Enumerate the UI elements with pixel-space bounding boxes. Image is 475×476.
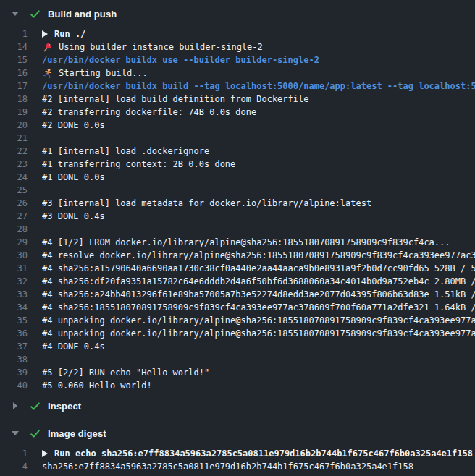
section-title: Inspect — [48, 401, 81, 412]
line-number[interactable]: 39 — [0, 366, 28, 379]
log-text: #3 [internal] load metadata for docker.i… — [42, 197, 475, 210]
line-number[interactable]: 35 — [0, 314, 28, 327]
log-text-content: #3 DONE 0.4s — [42, 210, 105, 223]
log-line: 21 — [0, 132, 475, 145]
log-text: #2 [internal] load build definition from… — [42, 93, 475, 106]
log-text-content: #4 [1/2] FROM docker.io/library/alpine@s… — [42, 236, 450, 249]
line-number[interactable]: 23 — [0, 158, 28, 171]
line-number[interactable]: 34 — [0, 301, 28, 314]
log-text: #4 DONE 0.4s — [42, 340, 475, 353]
log-text-content: Starting build... — [59, 67, 148, 80]
section-header-image-digest[interactable]: Image digest — [0, 424, 475, 443]
log-text: #4 sha256:df20fa9351a15782c64e6dddb2d4a6… — [42, 275, 475, 288]
log-text-content: #4 sha256:a15790640a6690aa1730c38cf0a440… — [42, 262, 475, 275]
log-line: 20#2 DONE 0.0s — [0, 119, 475, 132]
log-text: #4 unpacking docker.io/library/alpine@sh… — [42, 314, 475, 327]
log-text: #3 DONE 0.4s — [42, 210, 475, 223]
log-line: 25 — [0, 184, 475, 197]
actions-log-viewer: Build and push1Run ./14Using builder ins… — [0, 0, 475, 476]
log-line: 28 — [0, 223, 475, 236]
log-text: #4 [1/2] FROM docker.io/library/alpine@s… — [42, 236, 475, 249]
log-line: 39#5 [2/2] RUN echo "Hello world!" — [0, 366, 475, 379]
log-text-content: #4 DONE 0.4s — [42, 340, 105, 353]
log-text-content: #4 sha256:a24bb4013296f61e89ba57005a7b3e… — [42, 288, 475, 301]
log-text-content: #4 unpacking docker.io/library/alpine@sh… — [42, 314, 475, 327]
log-line: 36#4 unpacking docker.io/library/alpine@… — [0, 327, 475, 340]
line-number[interactable]: 4 — [0, 460, 28, 473]
log-section-build-and-push: Build and push1Run ./14Using builder ins… — [0, 4, 475, 396]
section-header-build-and-push[interactable]: Build and push — [0, 4, 475, 23]
line-number[interactable]: 18 — [0, 93, 28, 106]
log-area-build-and-push: 1Run ./14Using builder instance builder-… — [0, 23, 475, 396]
line-number[interactable]: 40 — [0, 379, 28, 392]
log-line: 1Run ./ — [0, 27, 475, 41]
line-number[interactable]: 24 — [0, 171, 28, 184]
log-text: #1 DONE 0.0s — [42, 171, 475, 184]
log-text: Run ./ — [42, 27, 475, 41]
line-number[interactable]: 25 — [0, 184, 28, 197]
line-number[interactable]: 1 — [0, 27, 28, 41]
log-text: #4 sha256:a24bb4013296f61e89ba57005a7b3e… — [42, 288, 475, 301]
log-text-content: Run ./ — [54, 27, 85, 41]
log-text: #5 [2/2] RUN echo "Hello world!" — [42, 366, 475, 379]
log-text: #5 0.060 Hello world! — [42, 379, 475, 392]
log-text-content: #1 DONE 0.0s — [42, 171, 105, 184]
log-line: 26#3 [internal] load metadata for docker… — [0, 197, 475, 210]
line-number[interactable]: 15 — [0, 54, 28, 67]
log-line: 1Run echo sha256:e7ff8834a5963a2785c5a08… — [0, 447, 475, 460]
log-text: sha256:e7ff8834a5963a2785c5a0811e979d16b… — [42, 460, 475, 473]
log-line: 23#1 transferring context: 2B 0.0s done — [0, 158, 475, 171]
log-text-content: #5 [2/2] RUN echo "Hello world!" — [42, 366, 209, 379]
chevron-down-icon[interactable] — [11, 12, 20, 16]
line-number[interactable]: 19 — [0, 106, 28, 119]
log-line: 27#3 DONE 0.4s — [0, 210, 475, 223]
line-number[interactable]: 27 — [0, 210, 28, 223]
caret-shape — [12, 12, 19, 16]
line-number[interactable]: 26 — [0, 197, 28, 210]
log-text-content: Using builder instance builder-single-2 — [59, 41, 263, 54]
log-text-content: #4 sha256:df20fa9351a15782c64e6dddb2d4a6… — [42, 275, 475, 288]
line-number[interactable]: 37 — [0, 340, 28, 353]
log-area-image-digest: 1Run echo sha256:e7ff8834a5963a2785c5a08… — [0, 443, 475, 476]
line-number[interactable]: 33 — [0, 288, 28, 301]
log-line: 17/usr/bin/docker buildx build --tag loc… — [0, 80, 475, 93]
log-text-content: #5 0.060 Hello world! — [42, 379, 152, 392]
log-text: Starting build... — [42, 67, 475, 80]
line-number[interactable]: 36 — [0, 327, 28, 340]
log-text: #2 DONE 0.0s — [42, 119, 475, 132]
log-text: #4 unpacking docker.io/library/alpine@sh… — [42, 327, 475, 340]
log-text-content: /usr/bin/docker buildx build --tag local… — [42, 80, 475, 93]
chevron-down-icon[interactable] — [11, 431, 20, 435]
runner-icon — [42, 68, 53, 79]
line-number[interactable]: 30 — [0, 249, 28, 262]
log-text: #1 transferring context: 2B 0.0s done — [42, 158, 475, 171]
log-text-content: /usr/bin/docker buildx use --builder bui… — [42, 54, 319, 67]
log-line: 34#4 sha256:185518070891758909c9f839cf4c… — [0, 301, 475, 314]
chevron-right-icon[interactable] — [11, 402, 20, 409]
log-section-image-digest: Image digest1Run echo sha256:e7ff8834a59… — [0, 424, 475, 476]
log-line: 40#5 0.060 Hello world! — [0, 379, 475, 392]
line-number[interactable]: 20 — [0, 119, 28, 132]
line-number[interactable]: 14 — [0, 41, 28, 54]
pushpin-icon — [42, 42, 53, 53]
line-number[interactable]: 16 — [0, 67, 28, 80]
section-title: Image digest — [48, 428, 106, 439]
line-number[interactable]: 17 — [0, 80, 28, 93]
line-number[interactable]: 38 — [0, 353, 28, 366]
log-text: #4 sha256:185518070891758909c9f839cf4ca3… — [42, 301, 475, 314]
log-line: 15/usr/bin/docker buildx use --builder b… — [0, 54, 475, 67]
line-number[interactable]: 32 — [0, 275, 28, 288]
caret-shape — [13, 402, 17, 409]
line-number[interactable]: 29 — [0, 236, 28, 249]
run-marker-icon — [42, 450, 48, 457]
line-number[interactable]: 28 — [0, 223, 28, 236]
line-number[interactable]: 1 — [0, 447, 28, 460]
log-text: #1 [internal] load .dockerignore — [42, 145, 475, 158]
log-text-content: #2 DONE 0.0s — [42, 119, 105, 132]
line-number[interactable]: 22 — [0, 145, 28, 158]
section-header-inspect[interactable]: Inspect — [0, 396, 475, 415]
log-text: Using builder instance builder-single-2 — [42, 41, 475, 54]
log-line: 24#1 DONE 0.0s — [0, 171, 475, 184]
line-number[interactable]: 21 — [0, 132, 28, 145]
line-number[interactable]: 31 — [0, 262, 28, 275]
